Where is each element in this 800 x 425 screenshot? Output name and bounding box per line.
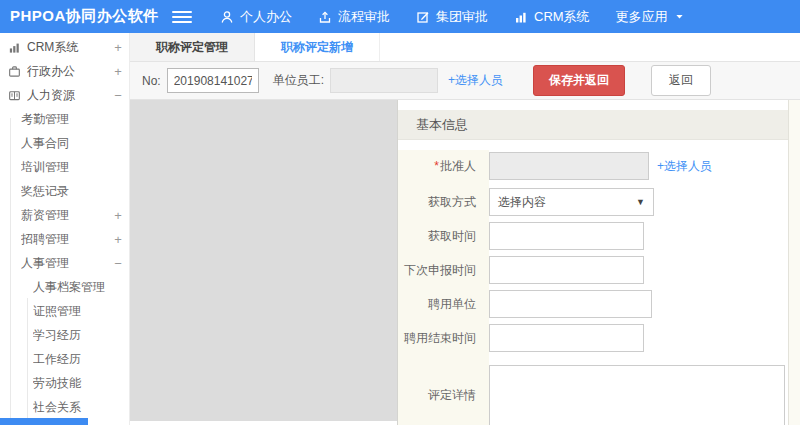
sidebar-item-label: 人事管理 <box>21 255 107 272</box>
sidebar-item-label: 证照管理 <box>33 303 107 320</box>
topmenu-item-label: 个人办公 <box>240 8 292 26</box>
topmenu-item-label: 集团审批 <box>436 8 488 26</box>
sidebar-item-2[interactable]: 人力资源− <box>0 83 129 107</box>
process-approve-icon <box>318 10 332 24</box>
caret-down-icon: ▼ <box>636 197 645 207</box>
form-row-6: 评定详情 <box>398 365 788 425</box>
sidebar-indent-guide <box>10 118 11 418</box>
select-person-link[interactable]: +选择人员 <box>657 158 712 175</box>
employee-label: 单位员工: <box>273 72 324 89</box>
top-menu: 个人办公流程审批集团审批CRM系统更多应用 <box>220 8 685 26</box>
sidebar-item-4[interactable]: 人事合同 <box>0 131 129 155</box>
form-row-0: *批准人+选择人员 <box>398 150 788 182</box>
top-navbar: PHPOA协同办公软件 个人办公流程审批集团审批CRM系统更多应用 <box>0 0 800 33</box>
idcard-icon <box>8 89 21 102</box>
required-asterisk: * <box>434 159 439 173</box>
acquire-method-select[interactable]: 选择内容▼ <box>489 188 654 216</box>
sidebar-item-11[interactable]: 证照管理 <box>0 299 129 323</box>
sidebar-item-label: 人事合同 <box>21 135 107 152</box>
topmenu-item-label: 流程审批 <box>338 8 390 26</box>
barchart-icon <box>8 41 21 54</box>
caret-down-icon <box>674 11 685 22</box>
select-value: 选择内容 <box>498 194 636 211</box>
topmenu-item-label: 更多应用 <box>616 8 668 26</box>
form-row-5: 聘用结束时间 <box>398 324 788 352</box>
sidebar-item-14[interactable]: 劳动技能 <box>0 371 129 395</box>
field-input-4[interactable] <box>489 290 652 318</box>
sidebar-item-7[interactable]: 薪资管理+ <box>0 203 129 227</box>
panel-right-strip <box>788 100 800 425</box>
form-row-1: 获取方式选择内容▼ <box>398 188 788 216</box>
sidebar-item-label: 招聘管理 <box>21 231 107 248</box>
field-input-2[interactable] <box>489 222 644 250</box>
topmenu-item-4[interactable]: 更多应用 <box>616 8 685 26</box>
field-label: 评定详情 <box>398 387 489 404</box>
sidebar-item-13[interactable]: 工作经历 <box>0 347 129 371</box>
sidebar-partial-active-item[interactable] <box>0 418 88 425</box>
tab-title-review-new[interactable]: 职称评定新增 <box>255 33 380 61</box>
expand-icon[interactable]: + <box>107 232 129 247</box>
tab-label: 职称评定新增 <box>281 39 353 56</box>
sidebar-item-label: 人事档案管理 <box>33 279 107 296</box>
sidebar-item-label: CRM系统 <box>27 39 101 56</box>
sidebar-item-6[interactable]: 奖惩记录 <box>0 179 129 203</box>
expand-icon[interactable]: + <box>107 208 129 223</box>
sidebar-item-label: 人力资源 <box>27 87 101 104</box>
basic-info-panel: 基本信息 *批准人+选择人员获取方式选择内容▼获取时间下次申报时间聘用单位聘用结… <box>397 100 788 425</box>
topmenu-item-0[interactable]: 个人办公 <box>220 8 292 26</box>
sidebar-item-1[interactable]: 行政办公+ <box>0 59 129 83</box>
sidebar-item-12[interactable]: 学习经历 <box>0 323 129 347</box>
app-brand: PHPOA协同办公软件 <box>0 7 160 26</box>
sidebar-item-label: 考勤管理 <box>21 111 107 128</box>
form-row-3: 下次申报时间 <box>398 256 788 284</box>
section-title: 基本信息 <box>416 116 468 134</box>
sidebar-item-label: 薪资管理 <box>21 207 107 224</box>
sidebar-item-5[interactable]: 培训管理 <box>0 155 129 179</box>
field-input-5[interactable] <box>489 324 644 352</box>
form-row-2: 获取时间 <box>398 222 788 250</box>
expand-icon[interactable]: + <box>107 40 129 55</box>
sidebar-item-label: 奖惩记录 <box>21 183 107 200</box>
hamburger-menu-icon[interactable] <box>172 11 192 23</box>
sidebar-item-8[interactable]: 招聘管理+ <box>0 227 129 251</box>
field-input-3[interactable] <box>489 256 644 284</box>
briefcase-icon <box>8 65 21 78</box>
review-detail-textarea[interactable] <box>489 365 785 425</box>
sidebar-item-15[interactable]: 社会关系 <box>0 395 129 419</box>
sidebar-item-label: 劳动技能 <box>33 375 107 392</box>
app-window: PHPOA协同办公软件 个人办公流程审批集团审批CRM系统更多应用 CRM系统+… <box>0 0 800 425</box>
employee-input[interactable] <box>330 68 438 93</box>
sidebar-item-label: 行政办公 <box>27 63 101 80</box>
sidebar-nav: CRM系统+行政办公+人力资源−考勤管理人事合同培训管理奖惩记录薪资管理+招聘管… <box>0 33 130 425</box>
field-label: 下次申报时间 <box>398 262 489 279</box>
expand-icon[interactable]: + <box>107 64 129 79</box>
tab-bar: 职称评定管理 职称评定新增 <box>130 33 800 62</box>
group-approve-icon <box>416 10 430 24</box>
barchart-icon <box>514 10 528 24</box>
sidebar-item-9[interactable]: 人事管理− <box>0 251 129 275</box>
tab-title-review-manage[interactable]: 职称评定管理 <box>130 33 255 61</box>
collapse-icon[interactable]: − <box>107 88 129 103</box>
save-and-return-button[interactable]: 保存并返回 <box>533 65 625 96</box>
field-label: 获取方式 <box>398 194 489 211</box>
select-person-link[interactable]: +选择人员 <box>448 72 503 89</box>
topmenu-item-label: CRM系统 <box>534 8 590 26</box>
sidebar-item-label: 培训管理 <box>21 159 107 176</box>
form-body: *批准人+选择人员获取方式选择内容▼获取时间下次申报时间聘用单位聘用结束时间评定… <box>398 150 788 425</box>
field-label: 聘用结束时间 <box>398 330 489 347</box>
topmenu-item-2[interactable]: 集团审批 <box>416 8 488 26</box>
sidebar-item-label: 工作经历 <box>33 351 107 368</box>
no-label: No: <box>142 74 161 88</box>
sidebar-item-0[interactable]: CRM系统+ <box>0 35 129 59</box>
topmenu-item-3[interactable]: CRM系统 <box>514 8 590 26</box>
collapse-icon[interactable]: − <box>107 256 129 271</box>
person-icon <box>220 10 234 24</box>
no-input[interactable] <box>167 68 259 93</box>
field-label: *批准人 <box>398 158 489 175</box>
sidebar-item-10[interactable]: 人事档案管理 <box>0 275 129 299</box>
field-input-0[interactable] <box>489 152 649 180</box>
return-button[interactable]: 返回 <box>651 65 711 96</box>
topmenu-item-1[interactable]: 流程审批 <box>318 8 390 26</box>
field-label: 获取时间 <box>398 228 489 245</box>
sidebar-item-3[interactable]: 考勤管理 <box>0 107 129 131</box>
